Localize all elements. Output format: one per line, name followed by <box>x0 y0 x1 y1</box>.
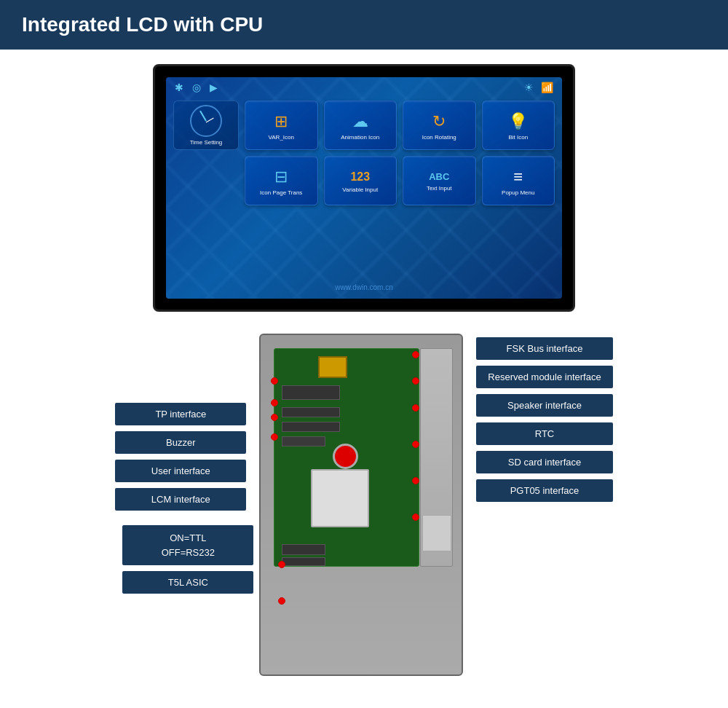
main-content: ✱ ◎ ▶ ☀ 📶 Time Setting <box>0 50 728 708</box>
time-setting-cell[interactable]: Time Setting <box>173 101 239 150</box>
var-icon-label: VAR_Icon <box>269 134 294 141</box>
lcd-container: ✱ ◎ ▶ ☀ 📶 Time Setting <box>22 64 706 312</box>
rotating-icon: ↻ <box>432 112 446 131</box>
pcb-main-chip <box>311 469 369 527</box>
bit-icon-label: Bit Icon <box>508 134 528 141</box>
pgt05-label: PGT05 interface <box>476 479 612 502</box>
pcb-component-4 <box>282 436 325 447</box>
t5l-asic-label: T5L ASIC <box>122 571 253 594</box>
popup-menu-icon: ≡ <box>513 168 523 186</box>
lcd-website: www.dwin.com.cn <box>166 283 562 291</box>
user-interface-label: User interface <box>115 460 246 482</box>
bit-icon-cell[interactable]: 💡 Bit Icon <box>482 101 555 150</box>
icon-page-trans-cell[interactable]: ⊟ Icon Page Trans <box>245 156 318 205</box>
text-input-cell[interactable]: ABC Text Input <box>403 156 476 205</box>
pcb-flex-connector <box>422 515 451 551</box>
lcd-top-right-icons: ☀ 📶 <box>524 82 553 93</box>
eye-icon: ◎ <box>192 82 201 93</box>
animation-icon-label: Animation Icon <box>341 134 379 141</box>
sd-card-label: SD card interface <box>476 451 612 473</box>
rtc-label: RTC <box>476 422 612 445</box>
pcb-circular-component <box>333 444 358 469</box>
bit-icon: 💡 <box>508 112 528 131</box>
text-input-label: Text Input <box>427 185 452 192</box>
page-title: Integrated LCD with CPU <box>22 13 263 36</box>
brightness-icon: ☀ <box>524 82 534 93</box>
lcd-top-bar: ✱ ◎ ▶ ☀ 📶 <box>166 77 562 98</box>
lcm-interface-label: LCM interface <box>115 488 246 511</box>
popup-menu-cell[interactable]: ≡ Popup Menu <box>482 156 555 205</box>
lcd-screen: ✱ ◎ ▶ ☀ 📶 Time Setting <box>153 64 575 312</box>
lcd-display: ✱ ◎ ▶ ☀ 📶 Time Setting <box>166 77 562 299</box>
diagram-layout: TP interface Buzzer User interface LCM i… <box>22 334 706 698</box>
bottom-left-labels-group: ON=TTL OFF=RS232 T5L ASIC <box>122 525 253 594</box>
pcb-yellow-connector <box>318 356 347 378</box>
pcb-metal-plate <box>420 348 453 567</box>
wifi-icon: 📶 <box>541 82 553 93</box>
connector-dot-t5l <box>278 597 285 605</box>
var-icon: ⊞ <box>274 112 288 131</box>
variable-input-cell[interactable]: 123 Variable Input <box>324 156 397 205</box>
pcb-component-2 <box>282 407 340 417</box>
page-header: Integrated LCD with CPU <box>0 0 728 50</box>
connector-dot-ttl <box>278 561 285 568</box>
speaker-interface-label: Speaker interface <box>476 394 612 417</box>
ttl-rs232-label: ON=TTL OFF=RS232 <box>122 525 253 565</box>
var-icon-cell[interactable]: ⊞ VAR_Icon <box>245 101 318 150</box>
icon-page-trans-label: Icon Page Trans <box>260 189 302 196</box>
pcb-bottom-connector-1 <box>282 544 325 555</box>
variable-input-label: Variable Input <box>342 186 378 193</box>
icon-rotating-label: Icon Rotating <box>422 134 456 141</box>
tp-interface-label: TP interface <box>115 403 246 425</box>
animation-icon-cell[interactable]: ☁ Animation Icon <box>324 101 397 150</box>
diagram-section: TP interface Buzzer User interface LCM i… <box>22 334 706 698</box>
icon-rotating-cell[interactable]: ↻ Icon Rotating <box>403 101 476 150</box>
buzzer-label: Buzzer <box>115 431 246 454</box>
animation-icon: ☁ <box>352 112 368 131</box>
right-labels-group: FSK Bus interface Reserved module interf… <box>476 337 612 502</box>
play-icon: ▶ <box>210 82 218 93</box>
text-input-icon: ABC <box>429 171 449 182</box>
pcb-bottom-connector-2 <box>282 557 325 566</box>
fsk-bus-label: FSK Bus interface <box>476 337 612 360</box>
reserved-module-label: Reserved module interface <box>476 366 612 388</box>
pcb-component-1 <box>282 385 340 400</box>
popup-menu-label: Popup Menu <box>502 189 534 196</box>
pcb-component-3 <box>282 422 340 432</box>
pcb-green-board <box>274 348 419 567</box>
settings-icon: ✱ <box>175 82 183 93</box>
clock-face <box>190 105 222 137</box>
time-setting-label: Time Setting <box>190 139 223 146</box>
page-trans-icon: ⊟ <box>274 168 288 186</box>
variable-input-icon: 123 <box>350 170 370 184</box>
pcb-board <box>259 334 463 676</box>
lcd-top-left-icons: ✱ ◎ ▶ <box>175 82 218 93</box>
left-labels-group: TP interface Buzzer User interface LCM i… <box>115 403 246 511</box>
